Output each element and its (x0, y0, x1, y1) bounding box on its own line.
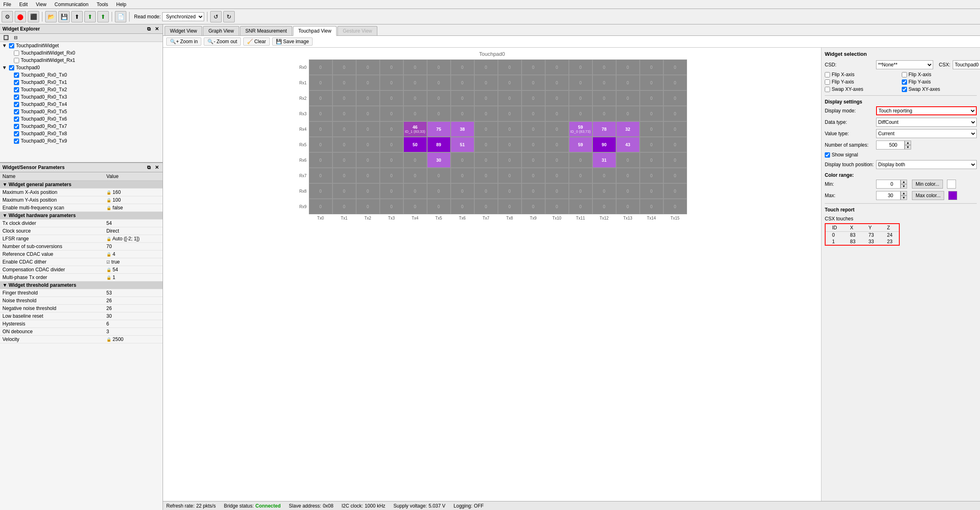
tree-item-6[interactable]: Touchpad0_Rx0_Tx2 (0, 86, 163, 93)
open-button[interactable]: 📂 (45, 11, 57, 22)
tree-item-5[interactable]: Touchpad0_Rx0_Tx1 (0, 79, 163, 86)
display-touch-pos-select[interactable]: Display both Display X Display Y None (876, 160, 977, 169)
tree-item-2[interactable]: TouchpadInitWidget_Rx1 (0, 57, 163, 64)
show-signal-check[interactable] (825, 152, 830, 158)
menu-file[interactable]: File (2, 1, 13, 8)
stop-button[interactable]: ⬤ (15, 11, 26, 22)
flip-x-csd-label[interactable]: Flip X-axis (825, 72, 900, 77)
cell-zero: 0 (319, 127, 322, 132)
num-samples-up[interactable]: ▲ (905, 141, 911, 145)
show-signal-label[interactable]: Show signal (825, 152, 858, 158)
menu-edit[interactable]: Edit (18, 1, 29, 8)
tab-snr-measurement[interactable]: SNR Measurement (240, 26, 292, 35)
swap-xy-csx-check[interactable] (902, 87, 907, 92)
min-input[interactable] (876, 180, 901, 189)
max-down[interactable]: ▼ (901, 196, 907, 200)
num-samples-down[interactable]: ▼ (905, 145, 911, 149)
pause-button[interactable]: ⬛ (28, 11, 39, 22)
clear-button[interactable]: 🧹 Clear (243, 37, 270, 46)
tab-touchpad-view[interactable]: Touchpad View (293, 26, 337, 36)
flip-y-csx-label[interactable]: Flip Y-axis (902, 79, 977, 85)
wp-resize-btn[interactable]: ⧉ (146, 164, 152, 171)
tree-item-12[interactable]: Touchpad0_Rx0_Tx8 (0, 130, 163, 137)
value-type-select[interactable]: Current Average Maximum Minimum (876, 129, 977, 138)
tree-check[interactable] (14, 131, 19, 136)
tree-check[interactable] (14, 124, 19, 129)
tree-check[interactable] (14, 58, 19, 63)
num-samples-input[interactable] (876, 141, 905, 149)
flip-x-csd-check[interactable] (825, 72, 830, 77)
zoom-out-button[interactable]: 🔍- Zoom out (204, 37, 241, 46)
wp-close-btn[interactable]: ✕ (154, 164, 160, 171)
tree-toggle[interactable]: ▼ (2, 43, 7, 48)
tree-item-4[interactable]: Touchpad0_Rx0_Tx0 (0, 71, 163, 79)
tree-check[interactable] (9, 65, 14, 70)
upload-button[interactable]: ⬆ (97, 11, 109, 22)
read-mode-select[interactable]: Synchronized Continuous Single (162, 12, 204, 21)
menu-tools[interactable]: Tools (95, 1, 110, 8)
tab-graph-view[interactable]: Graph View (203, 26, 239, 35)
min-wrap: ▲ ▼ (876, 180, 907, 189)
tree-item-7[interactable]: Touchpad0_Rx0_Tx3 (0, 93, 163, 101)
we-expand-btn[interactable]: 🔲 (2, 35, 11, 41)
swap-xy-csd-label[interactable]: Swap XY-axes (825, 86, 900, 92)
min-up[interactable]: ▲ (901, 180, 907, 184)
tree-item-3[interactable]: ▼ Touchpad0 (0, 64, 163, 71)
tree-check[interactable] (14, 109, 19, 114)
menu-help[interactable]: Help (115, 1, 128, 8)
flip-x-csx-label[interactable]: Flip X-axis (902, 72, 977, 77)
csd-select[interactable]: **None** (876, 60, 933, 69)
document-button[interactable]: 📄 (115, 11, 126, 22)
flip-y-csx-check[interactable] (902, 79, 907, 85)
min-down[interactable]: ▼ (901, 184, 907, 189)
tree-check[interactable] (14, 117, 19, 122)
save-image-button[interactable]: 💾 Save image (272, 37, 313, 46)
csx-select[interactable]: Touchpad0 (953, 60, 980, 69)
tree-check[interactable] (14, 95, 19, 100)
we-collapse-btn[interactable]: ⊟ (12, 35, 19, 41)
cell-zero: 0 (509, 127, 511, 132)
redo-button[interactable]: ↻ (223, 11, 235, 22)
export-button[interactable]: ⬆ (84, 11, 96, 22)
menu-view[interactable]: View (34, 1, 48, 8)
tree-item-9[interactable]: Touchpad0_Rx0_Tx5 (0, 108, 163, 115)
tree-check[interactable] (14, 138, 19, 144)
flip-y-csd-check[interactable] (825, 79, 830, 85)
tree-item-10[interactable]: Touchpad0_Rx0_Tx6 (0, 115, 163, 123)
cell-zero: 0 (367, 204, 369, 209)
tree-item-13[interactable]: Touchpad0_Rx0_Tx9 (0, 137, 163, 145)
tree-item-0[interactable]: ▼ TouchpadInitWidget (0, 42, 163, 49)
min-color-button[interactable]: Min color... (912, 180, 943, 189)
display-mode-select[interactable]: Touch reporting Raw count Baseline DiffC… (876, 106, 977, 115)
tree-item-11[interactable]: Touchpad0_Rx0_Tx7 (0, 123, 163, 130)
tree-check[interactable] (14, 102, 19, 107)
tree-item-8[interactable]: Touchpad0_Rx0_Tx4 (0, 101, 163, 108)
settings-button[interactable]: ⚙ (2, 11, 13, 22)
we-close-btn[interactable]: ✕ (154, 26, 160, 32)
tree-check[interactable] (14, 87, 19, 92)
swap-xy-csx-label[interactable]: Swap XY-axes (902, 86, 977, 92)
max-up[interactable]: ▲ (901, 191, 907, 196)
import-button[interactable]: ⬆ (71, 11, 83, 22)
undo-button[interactable]: ↺ (210, 11, 222, 22)
tree-item-1[interactable]: TouchpadInitWidget_Rx0 (0, 49, 163, 57)
swap-xy-csd-check[interactable] (825, 87, 830, 92)
cell-zero: 0 (367, 96, 369, 101)
tree-check[interactable] (14, 73, 19, 78)
flip-x-csx-check[interactable] (902, 72, 907, 77)
tree-check[interactable] (14, 80, 19, 85)
tree-toggle[interactable]: ▼ (2, 65, 7, 70)
data-type-select[interactable]: DiffCount RawCount Baseline (876, 118, 977, 127)
we-resize-btn[interactable]: ⧉ (146, 26, 152, 32)
menu-communication[interactable]: Communication (53, 1, 90, 8)
tree-check[interactable] (9, 43, 14, 48)
lock-icon: 🔒 (106, 252, 111, 257)
zoom-in-button[interactable]: 🔍+ Zoom in (166, 37, 201, 46)
flip-y-csd-label[interactable]: Flip Y-axis (825, 79, 900, 85)
max-color-button[interactable]: Max color... (912, 191, 944, 200)
col-label-13: Tx13 (616, 216, 640, 220)
save-button[interactable]: 💾 (58, 11, 70, 22)
tree-check[interactable] (14, 51, 19, 56)
tab-widget-view[interactable]: Widget View (165, 26, 202, 35)
max-input[interactable] (876, 191, 901, 200)
